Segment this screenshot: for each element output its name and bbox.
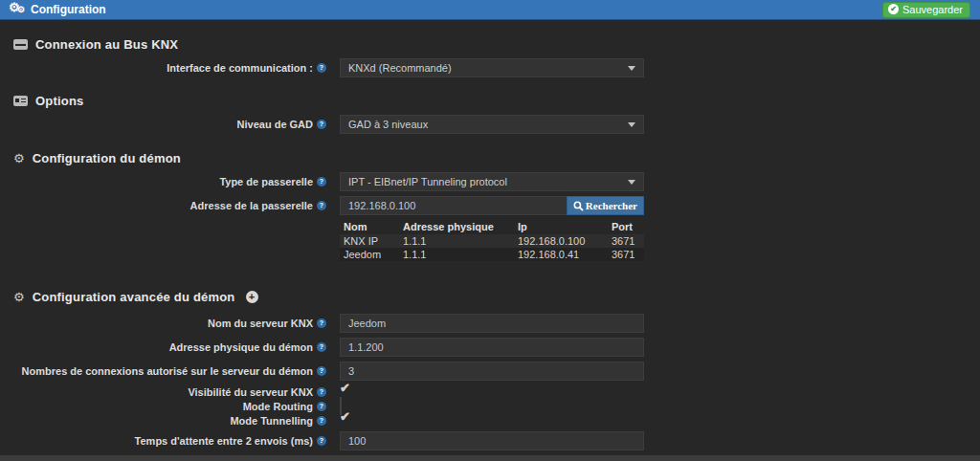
- cell-port: 3671: [608, 248, 644, 261]
- gad-label: Niveau de GAD: [237, 119, 313, 130]
- phys-addr-label: Adresse physique du démon: [169, 341, 313, 353]
- gateway-type-select[interactable]: IPT - EIBnet/IP Tunneling protocol: [340, 172, 644, 191]
- gears-icon: ⚙⚙: [10, 3, 25, 16]
- question-circle-icon[interactable]: ?: [317, 120, 326, 129]
- caret-down-icon: [628, 122, 635, 127]
- page-title: Configuration: [31, 3, 106, 16]
- question-circle-icon[interactable]: ?: [317, 402, 326, 411]
- delay-input[interactable]: [340, 431, 644, 450]
- gateway-addr-label: Adresse de la passerelle: [190, 200, 313, 211]
- routing-label: Mode Routing: [243, 401, 313, 412]
- row-interface: Interface de communication : ? KNXd (Rec…: [0, 58, 980, 77]
- section-daemon: ⚙ Configuration du démon Type de passere…: [0, 150, 980, 261]
- row-max-conn: Nombres de connexions autorisé sur le se…: [0, 362, 980, 381]
- bottom-panel-edge: [0, 455, 980, 461]
- save-button[interactable]: ✔ Sauvegarder: [882, 2, 970, 18]
- tunnelling-label: Mode Tunnelling: [230, 415, 313, 427]
- interface-select[interactable]: KNXd (Recommandé): [340, 58, 644, 77]
- row-server-name: Nom du serveur KNX ?: [0, 314, 980, 333]
- hdd-icon: [13, 39, 28, 50]
- col-header-ip: Ip: [514, 219, 608, 234]
- question-circle-icon[interactable]: ?: [317, 436, 326, 446]
- save-button-label: Sauvegarder: [902, 4, 963, 15]
- row-gateway-type: Type de passerelle ? IPT - EIBnet/IP Tun…: [0, 172, 980, 191]
- cell-adresse-physique: 1.1.1: [399, 248, 514, 261]
- row-gad: Niveau de GAD ? GAD à 3 niveaux: [0, 115, 980, 134]
- gear-icon: ⚙: [13, 152, 25, 165]
- magnifier-icon: [573, 201, 584, 211]
- visibility-label: Visibilité du serveur KNX: [188, 386, 313, 398]
- max-conn-label: Nombres de connexions autorisé sur le se…: [22, 365, 313, 377]
- search-gateway-button[interactable]: Rechercher: [567, 196, 644, 215]
- search-button-label: Rechercher: [586, 200, 637, 211]
- gateway-table-header: Nom Adresse physique Ip Port: [340, 219, 644, 234]
- cell-adresse-physique: 1.1.1: [399, 234, 514, 248]
- cell-port: 3671: [608, 234, 644, 248]
- question-circle-icon[interactable]: ?: [317, 416, 326, 426]
- cell-nom: KNX IP: [340, 234, 399, 248]
- page-header: ⚙⚙ Configuration ✔ Sauvegarder: [0, 0, 980, 20]
- table-row[interactable]: KNX IP 1.1.1 192.168.0.100 3671: [340, 234, 644, 248]
- col-header-nom: Nom: [340, 219, 399, 234]
- question-circle-icon[interactable]: ?: [317, 177, 326, 187]
- gateway-table: Nom Adresse physique Ip Port KNX IP 1.1.…: [340, 219, 644, 261]
- configuration-page: ⚙⚙ Configuration ✔ Sauvegarder Connexion…: [0, 0, 980, 461]
- phys-addr-input[interactable]: [340, 338, 644, 357]
- cell-ip: 192.168.0.41: [514, 248, 608, 261]
- interface-select-value: KNXd (Recommandé): [348, 62, 452, 74]
- question-circle-icon[interactable]: ?: [317, 387, 326, 397]
- row-gateway-addr: Adresse de la passerelle ? Rechercher: [0, 196, 980, 215]
- section-title-daemon: Configuration du démon: [33, 151, 181, 165]
- question-circle-icon[interactable]: ?: [317, 63, 326, 73]
- section-options: Options Niveau de GAD ? GAD à 3 niveaux: [0, 93, 980, 134]
- row-routing: Mode Routing ?: [0, 400, 980, 412]
- gateway-type-select-value: IPT - EIBnet/IP Tunneling protocol: [348, 176, 507, 187]
- gear-icon: ⚙: [13, 291, 25, 303]
- delay-label: Temps d'attente entre 2 envois (ms): [135, 435, 313, 447]
- cell-ip: 192.168.0.100: [514, 234, 608, 248]
- page-title-wrap: ⚙⚙ Configuration: [10, 3, 106, 16]
- server-name-input[interactable]: [340, 314, 644, 333]
- server-name-label: Nom du serveur KNX: [208, 318, 313, 329]
- row-phys-addr: Adresse physique du démon ?: [0, 338, 980, 357]
- col-header-port: Port: [608, 219, 644, 234]
- id-card-icon: [13, 96, 28, 106]
- section-title-bus: Connexion au Bus KNX: [35, 37, 178, 52]
- caret-down-icon: [628, 66, 635, 71]
- row-delay: Temps d'attente entre 2 envois (ms) ?: [0, 431, 980, 450]
- check-circle-icon: ✔: [888, 4, 899, 14]
- question-circle-icon[interactable]: ?: [317, 201, 326, 210]
- row-tunnelling: Mode Tunnelling ?: [0, 414, 980, 427]
- gad-select-value: GAD à 3 niveaux: [348, 119, 428, 130]
- interface-label: Interface de communication :: [167, 62, 313, 74]
- col-header-adresse-physique: Adresse physique: [399, 219, 514, 234]
- question-circle-icon[interactable]: ?: [317, 366, 326, 376]
- section-title-options: Options: [35, 94, 84, 108]
- section-advanced-daemon: ⚙ Configuration avancée du démon + Nom d…: [0, 289, 980, 450]
- tunnelling-checkbox[interactable]: [340, 411, 342, 429]
- row-visibility: Visibilité du serveur KNX ?: [0, 385, 980, 398]
- gateway-type-label: Type de passerelle: [219, 176, 313, 187]
- section-bus-knx: Connexion au Bus KNX Interface de commun…: [0, 36, 980, 77]
- gateway-addr-input[interactable]: [340, 196, 567, 215]
- plus-circle-icon[interactable]: +: [246, 291, 258, 303]
- table-row[interactable]: Jeedom 1.1.1 192.168.0.41 3671: [340, 248, 644, 261]
- cell-nom: Jeedom: [340, 248, 399, 261]
- max-conn-input[interactable]: [340, 362, 644, 381]
- caret-down-icon: [628, 180, 635, 185]
- question-circle-icon[interactable]: ?: [317, 318, 326, 328]
- question-circle-icon[interactable]: ?: [317, 342, 326, 352]
- gad-select[interactable]: GAD à 3 niveaux: [340, 115, 644, 134]
- section-title-advanced: Configuration avancée du démon: [33, 290, 235, 304]
